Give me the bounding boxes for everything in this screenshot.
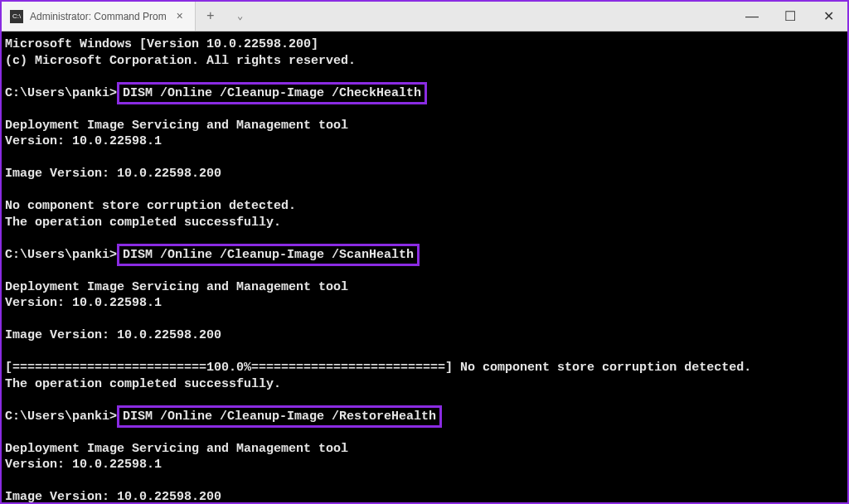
terminal-line: Image Version: 10.0.22598.200 xyxy=(5,490,221,504)
titlebar: C:\ Administrator: Command Prom × + ⌄ — … xyxy=(2,2,847,32)
terminal-line: The operation completed successfully. xyxy=(5,377,281,391)
terminal-line: Microsoft Windows [Version 10.0.22598.20… xyxy=(5,37,318,51)
window-controls: — ☐ ✕ xyxy=(733,2,847,31)
prompt-path: C:\Users\panki> xyxy=(5,410,117,424)
tab-active[interactable]: C:\ Administrator: Command Prom × xyxy=(2,2,196,31)
terminal-line: Image Version: 10.0.22598.200 xyxy=(5,328,221,342)
terminal-line: Version: 10.0.22598.1 xyxy=(5,296,162,310)
terminal-line: (c) Microsoft Corporation. All rights re… xyxy=(5,54,356,68)
maximize-button[interactable]: ☐ xyxy=(771,2,809,31)
terminal-line: No component store corruption detected. xyxy=(5,199,296,213)
terminal-line: Deployment Image Servicing and Managemen… xyxy=(5,442,348,456)
prompt-path: C:\Users\panki> xyxy=(5,86,117,100)
cmd-icon: C:\ xyxy=(10,10,23,23)
terminal-line: The operation completed successfully. xyxy=(5,216,281,230)
highlighted-command-3: DISM /Online /Cleanup-Image /RestoreHeal… xyxy=(117,405,442,428)
highlighted-command-1: DISM /Online /Cleanup-Image /CheckHealth xyxy=(117,82,427,104)
terminal-line: Version: 10.0.22598.1 xyxy=(5,458,162,472)
terminal-line: Version: 10.0.22598.1 xyxy=(5,134,162,148)
tab-title: Administrator: Command Prom xyxy=(30,11,167,22)
minimize-button[interactable]: — xyxy=(733,2,771,31)
terminal-output[interactable]: Microsoft Windows [Version 10.0.22598.20… xyxy=(2,32,847,502)
prompt-path: C:\Users\panki> xyxy=(5,248,117,262)
close-tab-icon[interactable]: × xyxy=(173,10,187,23)
terminal-line: Image Version: 10.0.22598.200 xyxy=(5,167,221,181)
terminal-line: [==========================100.0%=======… xyxy=(5,361,751,375)
new-tab-button[interactable]: + xyxy=(196,2,226,31)
chevron-down-icon[interactable]: ⌄ xyxy=(226,2,255,31)
titlebar-spacer xyxy=(255,2,733,31)
terminal-line: Deployment Image Servicing and Managemen… xyxy=(5,119,348,133)
close-window-button[interactable]: ✕ xyxy=(809,2,847,31)
highlighted-command-2: DISM /Online /Cleanup-Image /ScanHealth xyxy=(117,244,420,266)
terminal-line: Deployment Image Servicing and Managemen… xyxy=(5,280,348,294)
